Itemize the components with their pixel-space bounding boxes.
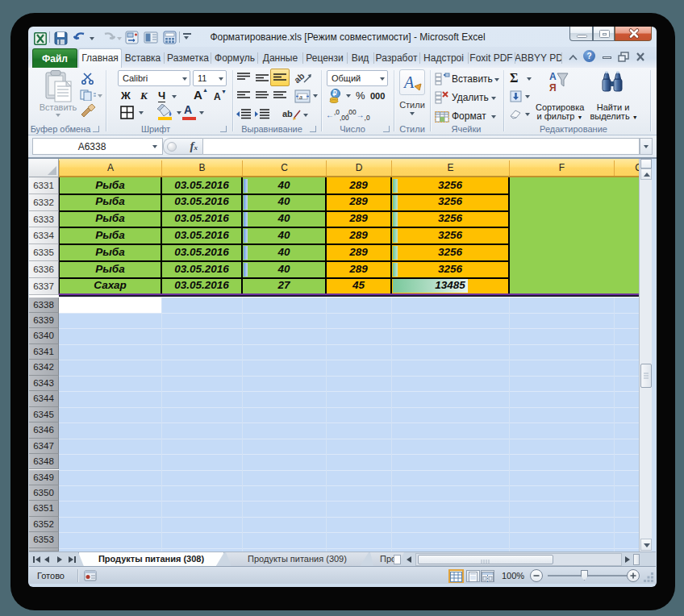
svg-text:ab: ab bbox=[294, 71, 307, 85]
svg-text:a: a bbox=[299, 94, 302, 100]
svg-text:Я: Я bbox=[549, 82, 557, 94]
svg-text:₽: ₽ bbox=[333, 89, 337, 98]
svg-text:А: А bbox=[549, 71, 557, 82]
svg-text:ab: ab bbox=[282, 109, 293, 119]
svg-text:A: A bbox=[402, 73, 415, 91]
